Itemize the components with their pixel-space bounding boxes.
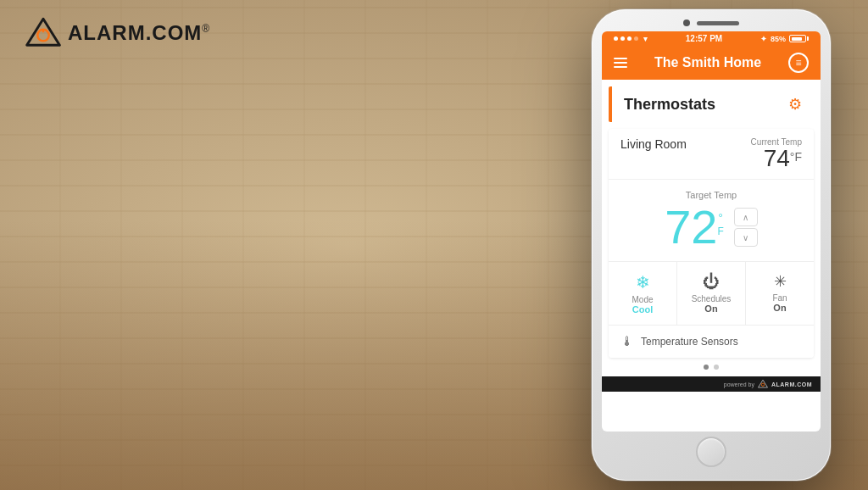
fan-icon: ✳ — [753, 272, 807, 291]
current-temp-section: Current Temp 74°F — [751, 137, 802, 170]
target-temp-scale: F — [717, 226, 723, 237]
target-temp-units: ° F — [717, 203, 723, 237]
alarm-logo: ALARM.COM® — [25, 15, 210, 51]
brand-name: ALARM.COM® — [68, 21, 210, 45]
phone-device: ▾ 12:57 PM ✦ 85% — [592, 9, 831, 481]
status-time: 12:57 PM — [686, 34, 722, 43]
mode-controls: ❄ Mode Cool ⏻ Schedules On ✳ Fan On — [609, 261, 814, 325]
battery-body — [789, 35, 806, 42]
signal-dot-1 — [614, 36, 618, 41]
phone-top-bar — [602, 19, 821, 26]
temp-sensors-label: Temperature Sensors — [641, 336, 738, 348]
phone-wrapper: ▾ 12:57 PM ✦ 85% — [580, 8, 843, 482]
home-button[interactable] — [696, 437, 726, 467]
cool-icon: ❄ — [615, 272, 670, 292]
nav-settings-button[interactable]: ≡ — [788, 53, 809, 73]
current-temp-value: 74 — [764, 145, 790, 171]
temp-arrows: ∧ ∨ — [734, 208, 758, 247]
thermostat-title: Thermostats — [624, 96, 715, 114]
status-bar: ▾ 12:57 PM ✦ 85% — [602, 31, 821, 46]
page-indicator — [602, 358, 821, 376]
powered-by-text: powered by — [724, 381, 754, 387]
signal-dot-3 — [627, 36, 632, 41]
phone-camera — [683, 19, 690, 26]
signal-dot-2 — [620, 36, 625, 41]
settings-icon: ≡ — [795, 57, 801, 69]
hamburger-line-2 — [614, 62, 627, 64]
schedules-label: Schedules — [684, 294, 738, 303]
current-temp-display: 74°F — [751, 147, 802, 170]
phone-screen: ▾ 12:57 PM ✦ 85% — [602, 31, 821, 432]
nav-title: The Smith Home — [654, 55, 761, 70]
menu-button[interactable] — [614, 58, 627, 68]
fan-label: Fan — [753, 293, 807, 303]
alarm-logo-icon — [25, 15, 61, 51]
living-room-card: Living Room Current Temp 74°F Target Tem… — [609, 129, 814, 358]
bottom-badge: powered by ALARM.COM — [602, 376, 821, 392]
battery-icon — [789, 35, 809, 42]
schedules-icon: ⏻ — [684, 272, 738, 292]
target-temp-degree: ° — [718, 211, 723, 225]
temp-decrease-button[interactable]: ∨ — [734, 228, 758, 247]
hamburger-line-1 — [614, 58, 627, 59]
thermostat-section-header: Thermostats ⚙ — [609, 86, 814, 122]
room-name: Living Room — [620, 137, 687, 151]
page-dot-1 — [704, 365, 709, 370]
target-temp-section: Target Temp 72 ° F ∧ — [609, 180, 814, 261]
thermostat-settings-button[interactable]: ⚙ — [788, 95, 802, 114]
up-arrow-icon: ∧ — [743, 213, 748, 222]
wifi-icon: ▾ — [643, 35, 648, 43]
temp-sensors-row[interactable]: 🌡 Temperature Sensors — [609, 325, 814, 358]
mode-value: Cool — [615, 304, 670, 315]
svg-point-4 — [761, 383, 764, 386]
room-header: Living Room Current Temp 74°F — [609, 129, 814, 180]
signal-dot-4 — [634, 36, 638, 41]
hamburger-line-3 — [614, 66, 627, 68]
target-temp-value: 72 — [665, 203, 717, 251]
nav-bar: The Smith Home ≡ — [602, 46, 821, 80]
phone-speaker — [697, 21, 739, 25]
temp-increase-button[interactable]: ∧ — [734, 208, 758, 226]
battery-percent: 85% — [771, 35, 786, 43]
target-temp-container: 72 ° F ∧ ∨ — [620, 203, 802, 251]
bluetooth-icon: ✦ — [760, 35, 767, 43]
status-left: ▾ — [614, 35, 648, 43]
schedules-button[interactable]: ⏻ Schedules On — [677, 262, 746, 325]
bottom-brand-text: ALARM.COM — [771, 381, 812, 387]
down-arrow-icon: ∨ — [743, 233, 748, 242]
target-temp-label: Target Temp — [620, 190, 802, 200]
current-temp-unit: °F — [790, 150, 802, 164]
bottom-alarm-logo-icon — [758, 379, 768, 389]
battery-tip — [807, 36, 809, 41]
fan-value: On — [753, 303, 807, 313]
mode-label: Mode — [615, 295, 670, 304]
fan-button[interactable]: ✳ Fan On — [746, 262, 814, 325]
battery-fill — [792, 37, 802, 41]
page-dot-2 — [714, 365, 719, 370]
schedules-value: On — [684, 303, 738, 314]
thermometer-icon: 🌡 — [620, 334, 634, 349]
status-right: ✦ 85% — [760, 35, 809, 43]
mode-cool-button[interactable]: ❄ Mode Cool — [609, 262, 677, 325]
target-temp-number: 72 ° F — [665, 203, 724, 251]
